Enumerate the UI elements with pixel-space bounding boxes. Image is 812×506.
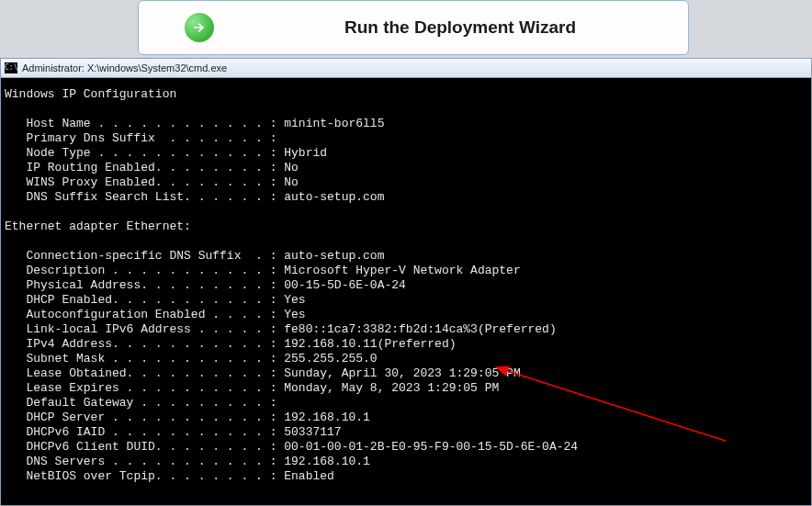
dhcpv6-iaid-label: DHCPv6 IAID . . . . . . . . . . . : <box>5 425 284 439</box>
physical-label: Physical Address. . . . . . . . . : <box>5 278 284 292</box>
dhcpv6-duid-value: 00-01-00-01-2B-E0-95-F9-00-15-5D-6E-0A-2… <box>284 440 578 454</box>
cmd-output: Windows IP Configuration Host Name . . .… <box>1 78 811 488</box>
cmd-titlebar[interactable]: C:\ Administrator: X:\windows\System32\c… <box>1 59 811 78</box>
autoconfig-value: Yes <box>284 308 305 321</box>
ipv4-label: IPv4 Address. . . . . . . . . . . : <box>5 337 284 351</box>
netbios-value: Enabled <box>284 469 334 483</box>
cmd-title-text: Administrator: X:\windows\System32\cmd.e… <box>22 62 227 73</box>
dhcpv6-duid-label: DHCPv6 Client DUID. . . . . . . . : <box>5 440 284 454</box>
linklocal-value: fe80::1ca7:3382:fb2d:14ca%3(Preferred) <box>284 322 556 336</box>
dhcp-server-label: DHCP Server . . . . . . . . . . . : <box>5 410 284 424</box>
dns-suffix-list-value: auto-setup.com <box>284 190 384 204</box>
deployment-wizard-panel[interactable]: Run the Deployment Wizard <box>138 0 689 55</box>
dhcp-server-value: 192.168.10.1 <box>284 410 370 424</box>
cmd-system-icon: C:\ <box>5 62 17 73</box>
node-type-label: Node Type . . . . . . . . . . . . : <box>5 146 284 160</box>
autoconfig-label: Autoconfiguration Enabled . . . . : <box>5 308 284 321</box>
cmd-window: C:\ Administrator: X:\windows\System32\c… <box>0 58 812 506</box>
dns-servers-label: DNS Servers . . . . . . . . . . . : <box>5 455 284 468</box>
lease-exp-value: Monday, May 8, 2023 1:29:05 PM <box>284 381 499 395</box>
physical-value: 00-15-5D-6E-0A-24 <box>284 278 406 292</box>
ip-routing-label: IP Routing Enabled. . . . . . . . : <box>5 161 284 174</box>
ipconfig-header: Windows IP Configuration <box>5 87 176 101</box>
wizard-title: Run the Deployment Wizard <box>251 17 670 38</box>
subnet-label: Subnet Mask . . . . . . . . . . . : <box>5 352 284 365</box>
ipv4-value: 192.168.10.11(Preferred) <box>284 337 456 351</box>
description-label: Description . . . . . . . . . . . : <box>5 264 284 277</box>
conn-dns-value: auto-setup.com <box>284 249 384 263</box>
dns-suffix-list-label: DNS Suffix Search List. . . . . . : <box>5 190 284 204</box>
description-value: Microsoft Hyper-V Network Adapter <box>284 264 520 277</box>
node-type-value: Hybrid <box>284 146 327 160</box>
wins-proxy-label: WINS Proxy Enabled. . . . . . . . : <box>5 175 284 189</box>
primary-dns-label: Primary Dns Suffix . . . . . . . : <box>5 131 276 145</box>
netbios-label: NetBIOS over Tcpip. . . . . . . . : <box>5 469 284 483</box>
host-name-value: minint-bor6ll5 <box>284 117 384 130</box>
host-name-label: Host Name . . . . . . . . . . . . : <box>5 117 284 130</box>
dhcpv6-iaid-value: 50337117 <box>284 425 341 439</box>
lease-obt-label: Lease Obtained. . . . . . . . . . : <box>5 366 284 380</box>
dhcp-enabled-value: Yes <box>284 293 305 307</box>
lease-exp-label: Lease Expires . . . . . . . . . . : <box>5 381 284 395</box>
dhcp-enabled-label: DHCP Enabled. . . . . . . . . . . : <box>5 293 284 307</box>
ip-routing-value: No <box>284 161 299 174</box>
conn-dns-label: Connection-specific DNS Suffix . : <box>5 249 284 263</box>
default-gw-label: Default Gateway . . . . . . . . . : <box>5 396 276 410</box>
wins-proxy-value: No <box>284 175 299 189</box>
subnet-value: 255.255.255.0 <box>284 352 377 365</box>
dns-servers-value: 192.168.10.1 <box>284 455 370 468</box>
adapter-header: Ethernet adapter Ethernet: <box>5 219 191 233</box>
linklocal-label: Link-local IPv6 Address . . . . . : <box>5 322 284 336</box>
arrow-right-icon <box>185 13 214 42</box>
lease-obt-value: Sunday, April 30, 2023 1:29:05 PM <box>284 366 520 380</box>
